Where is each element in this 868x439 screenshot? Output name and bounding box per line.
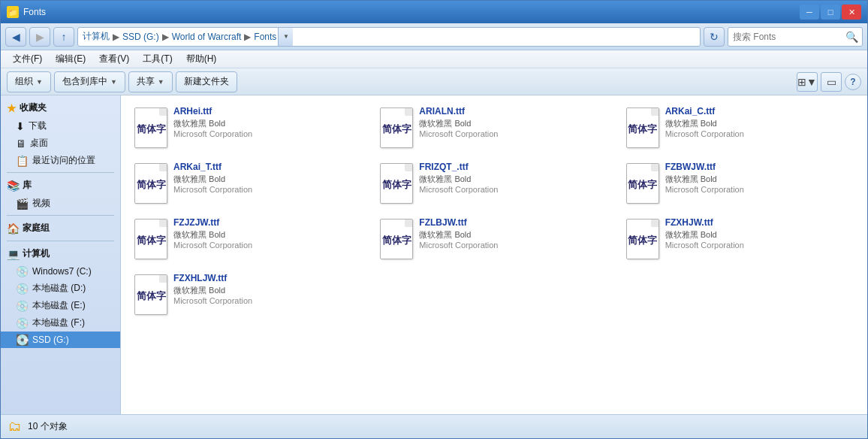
file-name: FZJZJW.ttf bbox=[173, 217, 363, 228]
font-label: 简体字 bbox=[382, 234, 411, 247]
breadcrumb-sep-1: ▶ bbox=[113, 32, 119, 42]
window: 📁 Fonts ─ □ ✕ ◀ ▶ ↑ 计算机 ▶ SSD (G:) ▶ Wor… bbox=[0, 0, 868, 439]
sidebar-item-drive-c[interactable]: 💿 Windows7 (C:) bbox=[1, 263, 120, 280]
menu-bar: 文件(F) 编辑(E) 查看(V) 工具(T) 帮助(H) bbox=[1, 50, 867, 68]
download-icon: ⬇ bbox=[16, 120, 25, 132]
file-desc: 微软雅黑 Bold bbox=[173, 285, 363, 296]
file-info: ARHei.ttf 微软雅黑 Bold Microsoft Corporatio… bbox=[173, 106, 363, 138]
file-corp: Microsoft Corporation bbox=[419, 241, 609, 250]
file-corp: Microsoft Corporation bbox=[173, 185, 363, 194]
file-item[interactable]: 简体字 FZXHLJW.ttf 微软雅黑 Bold Microsoft Corp… bbox=[127, 268, 369, 321]
file-icon-wrapper: 简体字 bbox=[378, 106, 414, 150]
breadcrumb-dropdown[interactable]: ▼ bbox=[278, 27, 293, 47]
sidebar-item-download[interactable]: ⬇ 下载 bbox=[1, 117, 120, 135]
search-input[interactable] bbox=[733, 32, 845, 42]
homegroup-header[interactable]: 🏠 家庭组 bbox=[1, 219, 120, 238]
menu-help[interactable]: 帮助(H) bbox=[180, 51, 223, 67]
breadcrumb-computer[interactable]: 计算机 bbox=[83, 30, 110, 43]
library-header[interactable]: 📚 库 bbox=[1, 176, 120, 195]
preview-pane-button[interactable]: ▭ bbox=[821, 72, 842, 92]
font-label: 简体字 bbox=[382, 178, 411, 192]
computer-section: 💻 计算机 💿 Windows7 (C:) 💿 本地磁盘 (D:) 💿 本地磁盘… bbox=[1, 244, 120, 348]
sidebar-item-desktop[interactable]: 🖥 桌面 bbox=[1, 135, 120, 152]
file-corp: Microsoft Corporation bbox=[173, 241, 363, 250]
minimize-button[interactable]: ─ bbox=[800, 5, 819, 20]
title-bar-controls: ─ □ ✕ bbox=[800, 5, 861, 20]
view-options-button[interactable]: ⊞▼ bbox=[797, 72, 818, 92]
breadcrumb: 计算机 ▶ SSD (G:) ▶ World of Warcraft ▶ Fon… bbox=[77, 27, 701, 47]
search-bar: 🔍 bbox=[728, 27, 863, 47]
file-corp: Microsoft Corporation bbox=[173, 129, 363, 138]
library-icon: 📚 bbox=[7, 180, 20, 192]
font-file-icon: 简体字 bbox=[134, 219, 167, 259]
sidebar-item-drive-g[interactable]: 💽 SSD (G:) bbox=[1, 332, 120, 348]
file-name: ARKai_C.ttf bbox=[665, 106, 855, 117]
new-folder-button[interactable]: 新建文件夹 bbox=[176, 71, 237, 92]
maximize-button[interactable]: □ bbox=[821, 5, 840, 20]
file-corp: Microsoft Corporation bbox=[665, 185, 855, 194]
menu-tools[interactable]: 工具(T) bbox=[137, 51, 178, 67]
close-button[interactable]: ✕ bbox=[842, 5, 861, 20]
file-name: FRIZQT_.ttf bbox=[419, 162, 609, 172]
drive-c-icon: 💿 bbox=[16, 265, 29, 277]
file-info: FZXHJW.ttf 微软雅黑 Bold Microsoft Corporati… bbox=[665, 217, 855, 250]
search-button[interactable]: 🔍 bbox=[845, 31, 858, 43]
share-button[interactable]: 共享 ▼ bbox=[128, 71, 173, 92]
file-info: FRIZQT_.ttf 微软雅黑 Bold Microsoft Corporat… bbox=[419, 162, 609, 194]
file-item[interactable]: 简体字 ARKai_T.ttf 微软雅黑 Bold Microsoft Corp… bbox=[127, 157, 369, 210]
file-item[interactable]: 简体字 ARHei.ttf 微软雅黑 Bold Microsoft Corpor… bbox=[127, 101, 369, 154]
up-button[interactable]: ↑ bbox=[53, 27, 74, 47]
favorites-header[interactable]: ★ 收藏夹 bbox=[1, 98, 120, 117]
font-file-icon: 简体字 bbox=[626, 107, 659, 148]
file-item[interactable]: 简体字 FZBWJW.ttf 微软雅黑 Bold Microsoft Corpo… bbox=[619, 157, 861, 210]
file-icon-wrapper: 简体字 bbox=[378, 162, 414, 205]
sidebar-item-video[interactable]: 🎬 视频 bbox=[1, 195, 120, 212]
sidebar-item-recent[interactable]: 📋 最近访问的位置 bbox=[1, 152, 120, 169]
forward-button[interactable]: ▶ bbox=[29, 27, 50, 47]
file-corp: Microsoft Corporation bbox=[173, 296, 363, 305]
menu-file[interactable]: 文件(F) bbox=[7, 51, 48, 67]
font-file-icon: 简体字 bbox=[134, 163, 167, 204]
file-item[interactable]: 简体字 ARKai_C.ttf 微软雅黑 Bold Microsoft Corp… bbox=[619, 101, 861, 154]
breadcrumb-wow[interactable]: World of Warcraft bbox=[172, 32, 242, 42]
include-library-button[interactable]: 包含到库中 ▼ bbox=[54, 71, 125, 92]
font-file-icon: 简体字 bbox=[134, 274, 167, 315]
file-info: FZXHLJW.ttf 微软雅黑 Bold Microsoft Corporat… bbox=[173, 273, 363, 305]
file-item[interactable]: 简体字 ARIALN.ttf 微软雅黑 Bold Microsoft Corpo… bbox=[372, 101, 615, 154]
sidebar-item-drive-d[interactable]: 💿 本地磁盘 (D:) bbox=[1, 280, 120, 297]
file-corp: Microsoft Corporation bbox=[419, 185, 609, 194]
file-corp: Microsoft Corporation bbox=[665, 241, 855, 250]
breadcrumb-ssd[interactable]: SSD (G:) bbox=[122, 32, 159, 42]
breadcrumb-fonts[interactable]: Fonts bbox=[254, 32, 276, 42]
file-desc: 微软雅黑 Bold bbox=[665, 118, 855, 129]
refresh-button[interactable]: ↻ bbox=[704, 27, 725, 47]
file-item[interactable]: 简体字 FZXHJW.ttf 微软雅黑 Bold Microsoft Corpo… bbox=[619, 213, 861, 265]
address-bar: ◀ ▶ ↑ 计算机 ▶ SSD (G:) ▶ World of Warcraft… bbox=[1, 23, 867, 50]
file-item[interactable]: 简体字 FRIZQT_.ttf 微软雅黑 Bold Microsoft Corp… bbox=[372, 157, 615, 210]
library-section: 📚 库 🎬 视频 bbox=[1, 176, 120, 212]
help-button[interactable]: ? bbox=[845, 74, 861, 90]
menu-edit[interactable]: 编辑(E) bbox=[50, 51, 92, 67]
file-name: FZBWJW.ttf bbox=[665, 162, 855, 172]
sidebar-item-drive-e[interactable]: 💿 本地磁盘 (E:) bbox=[1, 297, 120, 314]
file-item[interactable]: 简体字 FZLBJW.ttf 微软雅黑 Bold Microsoft Corpo… bbox=[372, 213, 615, 265]
file-corp: Microsoft Corporation bbox=[419, 129, 609, 138]
computer-header[interactable]: 💻 计算机 bbox=[1, 244, 120, 263]
back-button[interactable]: ◀ bbox=[5, 27, 26, 47]
include-dropdown-arrow: ▼ bbox=[110, 78, 117, 86]
recent-icon: 📋 bbox=[16, 155, 29, 167]
file-desc: 微软雅黑 Bold bbox=[665, 174, 855, 185]
organize-button[interactable]: 组织 ▼ bbox=[7, 71, 51, 92]
file-icon-wrapper: 简体字 bbox=[625, 217, 661, 261]
drive-f-icon: 💿 bbox=[16, 317, 29, 329]
menu-view[interactable]: 查看(V) bbox=[93, 51, 135, 67]
file-name: ARKai_T.ttf bbox=[173, 162, 363, 172]
drive-d-icon: 💿 bbox=[16, 283, 29, 295]
file-info: ARKai_T.ttf 微软雅黑 Bold Microsoft Corporat… bbox=[173, 162, 363, 194]
file-item[interactable]: 简体字 FZJZJW.ttf 微软雅黑 Bold Microsoft Corpo… bbox=[127, 213, 369, 265]
file-info: FZJZJW.ttf 微软雅黑 Bold Microsoft Corporati… bbox=[173, 217, 363, 250]
file-corp: Microsoft Corporation bbox=[665, 129, 855, 138]
font-label: 简体字 bbox=[137, 234, 166, 247]
drive-e-icon: 💿 bbox=[16, 300, 29, 312]
sidebar-item-drive-f[interactable]: 💿 本地磁盘 (F:) bbox=[1, 314, 120, 332]
